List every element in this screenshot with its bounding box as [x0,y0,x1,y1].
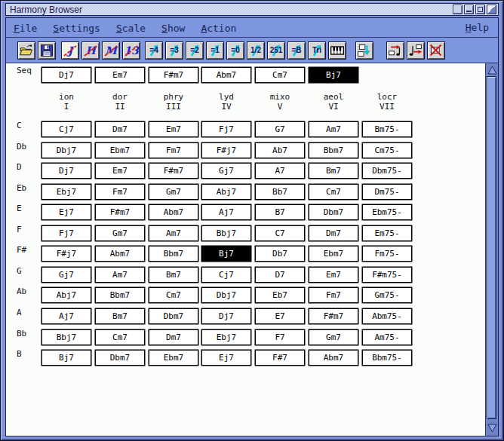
chord-button[interactable]: Cj7 [41,121,91,137]
chord-button[interactable]: Bb7 [255,184,305,200]
chord-button[interactable]: Bbm7 [309,142,358,158]
chord-button[interactable]: Bm7 [95,308,145,324]
seq-chord-button[interactable]: Abm7 [201,67,251,83]
menu-help[interactable]: Help [466,22,489,33]
menu-file[interactable]: File [14,23,37,34]
chord-button[interactable]: F7 [255,329,305,345]
seq-chord-button[interactable]: Cm7 [255,67,305,83]
menu-action[interactable]: Action [201,23,236,34]
scroll-up-button[interactable] [487,64,497,75]
close-button[interactable] [487,5,496,14]
function-button-0[interactable]: =0 [226,41,244,60]
vertical-scrollbar[interactable] [485,63,498,436]
seq-chord-button[interactable]: F#m7 [149,67,198,83]
chord-button[interactable]: Gj7 [201,163,251,179]
menu-show[interactable]: Show [161,23,185,34]
chord-button[interactable]: Bm7 [149,267,198,283]
chord-button[interactable]: Bj7 [201,246,251,262]
chord-button[interactable]: A7 [255,163,305,179]
chord-button[interactable]: Bbm7 [149,246,198,262]
chord-button[interactable]: Am7 [309,121,358,137]
chord-button[interactable]: Dbj7 [201,287,251,303]
function-button-4[interactable]: =4 [145,41,163,60]
note-to-chord-button[interactable] [407,41,425,60]
seq-chord-button[interactable]: Bj7 [309,67,358,83]
chord-button[interactable]: Dm75- [362,184,412,200]
chord-button[interactable]: Bj7 [41,350,91,366]
chord-button[interactable]: E7 [255,308,305,324]
chord-button[interactable]: Abj7 [41,287,91,303]
chord-button[interactable]: Ebj7 [201,329,251,345]
chord-button[interactable]: Dbm7 [95,350,145,366]
chord-type-j-toggle[interactable]: J [61,41,79,60]
chord-button[interactable]: Dm7 [149,329,198,345]
chord-button[interactable]: Fj7 [201,121,251,137]
function-button-B[interactable]: =B [287,41,306,60]
chord-button[interactable]: Bbm7 [95,287,145,303]
chord-button[interactable]: Gm7 [309,329,358,345]
chord-button[interactable]: Em7 [149,121,198,137]
chord-button[interactable]: Dm7 [95,121,145,137]
shade-button[interactable] [453,5,463,14]
chord-button[interactable]: F#m7 [95,204,145,220]
chord-button[interactable]: Dbm7 [309,204,358,220]
chord-button[interactable]: Fj7 [41,225,91,241]
chord-button[interactable]: Ebm75- [362,204,412,220]
chord-button[interactable]: Dbm7 [149,308,198,324]
chord-button[interactable]: Gm7 [95,225,145,241]
function-button-1[interactable]: =1 [206,41,224,60]
chord-button[interactable]: Cj7 [201,267,251,283]
keyboard-button[interactable] [328,41,346,60]
chord-button[interactable]: Ebm7 [95,142,145,158]
scroll-down-button[interactable] [487,422,497,433]
chord-button[interactable]: Ej7 [41,204,91,220]
chord-button[interactable]: D7 [255,267,305,283]
open-button[interactable] [17,41,35,60]
chord-button[interactable]: Am7 [95,267,145,283]
chord-button[interactable]: Am7 [149,225,198,241]
chord-button[interactable]: Em7 [95,163,145,179]
chord-button[interactable]: Cm7 [309,184,358,200]
chord-button[interactable]: Dm7 [309,225,358,241]
chord-type-h-toggle[interactable]: H [81,41,100,60]
chord-button[interactable]: Bbj7 [41,329,91,345]
chord-button[interactable]: Am75- [362,329,412,345]
menu-scale[interactable]: Scale [116,23,146,34]
chord-button[interactable]: Abj7 [201,184,251,200]
function-button-Tri[interactable]: Tri [308,41,326,60]
function-button-3[interactable]: =3 [165,41,183,60]
chord-button[interactable]: Eb7 [255,287,305,303]
chord-button[interactable]: Bbm75- [362,350,412,366]
chord-button[interactable]: F#j7 [201,142,251,158]
chord-button[interactable]: Gj7 [41,267,91,283]
chord-button[interactable]: Bbj7 [201,225,251,241]
chord-button[interactable]: F#m75- [362,267,412,283]
chord-type-13-toggle[interactable]: 13 [122,41,140,60]
function-button-251[interactable]: 251 [267,41,285,60]
save-button[interactable] [38,41,56,60]
seq-chord-button[interactable]: Em7 [95,67,145,83]
chord-button[interactable]: Abm7 [95,246,145,262]
chord-button[interactable]: Fm75- [362,246,412,262]
chord-to-note-button[interactable] [386,41,404,60]
chord-button[interactable]: Cm7 [95,329,145,345]
chord-type-m-toggle[interactable]: M [102,41,120,60]
chord-button[interactable]: Ebm7 [149,350,198,366]
chord-button[interactable]: Dbm75- [362,163,412,179]
chord-button[interactable]: Ebm7 [309,246,358,262]
chord-button[interactable]: Ej7 [201,350,251,366]
chord-button[interactable]: Dj7 [41,163,91,179]
chord-button[interactable]: Fm7 [149,142,198,158]
chord-button[interactable]: Fm7 [95,184,145,200]
chord-button[interactable]: F#m7 [149,163,198,179]
chord-button[interactable]: Bm7 [309,163,358,179]
function-button-12[interactable]: 1/2 [247,41,265,60]
chord-button[interactable]: Bm75- [362,121,412,137]
scrollbar-thumb[interactable] [487,76,496,419]
menu-settings[interactable]: Settings [53,23,100,34]
chord-button[interactable]: Gm7 [149,184,198,200]
chord-button[interactable]: Aj7 [41,308,91,324]
chord-button[interactable]: Dj7 [201,308,251,324]
seq-chord-button[interactable]: Dj7 [41,67,91,83]
minimize-button[interactable] [464,5,474,14]
